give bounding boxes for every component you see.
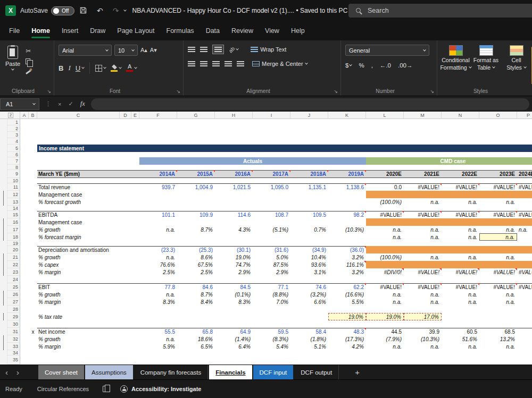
row-header-30[interactable]: 30 [7, 320, 20, 328]
cell-G25[interactable]: 84.6 [177, 283, 215, 291]
cell-C25[interactable]: EBIT [37, 283, 120, 291]
cell-M13[interactable]: n.a. [404, 198, 442, 206]
row-header-28[interactable]: 28 [7, 306, 20, 313]
cell-H33[interactable]: 6.4% [215, 343, 253, 350]
cell-M23[interactable]: #VALUE! [404, 268, 442, 276]
cell-I32[interactable]: (8.3%) [253, 335, 290, 343]
number-dialog-launcher-icon[interactable]: ↘ [430, 89, 434, 94]
excel-app-icon[interactable]: X [5, 5, 16, 16]
ribbon-tab-review[interactable]: Review [226, 21, 259, 40]
column-header-D[interactable]: D [120, 112, 131, 118]
cell-O18[interactable]: n.a. [479, 233, 517, 241]
row-header-2[interactable]: 2 [7, 125, 20, 132]
cell-H11[interactable]: 1,021.5 [215, 183, 253, 191]
cell-N18[interactable]: n.a. [442, 233, 479, 241]
select-all-corner[interactable]: 2 [0, 112, 20, 118]
cell-O11[interactable]: #VALUE! [479, 183, 517, 191]
cell-P11[interactable]: #VALUE! [517, 183, 532, 191]
cell-N26[interactable]: n.a. [442, 291, 479, 298]
comma-style-button[interactable]: , [371, 62, 373, 69]
cell-L23[interactable]: #DIV/0! [366, 268, 404, 276]
sheet-tab-assumptions[interactable]: Assumptions [85, 365, 133, 379]
row-header-17[interactable]: 17 [7, 226, 20, 233]
sheet-tab-financials[interactable]: Financials [209, 365, 252, 379]
cell-I33[interactable]: 5.4% [253, 343, 290, 350]
cell-C16[interactable]: Management case [37, 218, 120, 226]
cell-M27[interactable]: n.a. [404, 298, 442, 306]
cell-K32[interactable]: (17.3%) [328, 335, 366, 343]
cell-N13[interactable]: n.a. [442, 198, 479, 206]
row-header-27[interactable]: 27 [7, 298, 20, 306]
accounting-format-button[interactable]: $ [345, 62, 352, 69]
row-header-8[interactable]: 8 [7, 165, 20, 170]
cell-F31[interactable]: 55.5 [139, 328, 177, 335]
increase-decimal-button[interactable]: ←.0 [380, 62, 391, 69]
cell-I17[interactable]: (5.1%) [253, 226, 290, 233]
bold-button[interactable]: B [59, 64, 63, 72]
cell-L31[interactable]: 44.5 [366, 328, 404, 335]
cell-L18[interactable]: n.a. [366, 233, 404, 241]
cell-H15[interactable]: 114.6 [215, 211, 253, 218]
cell-M31[interactable]: 39.9 [404, 328, 442, 335]
cell-H9[interactable]: 2016A [215, 170, 253, 178]
cell-I31[interactable]: 59.5 [253, 328, 290, 335]
cell-H17[interactable]: 4.3% [215, 226, 253, 233]
cell-H23[interactable]: 2.9% [215, 268, 253, 276]
cell-C9[interactable]: March YE ($mm) [37, 170, 120, 178]
cell-M33[interactable]: n.a. [404, 343, 442, 350]
cell-J20[interactable]: (34.9) [290, 246, 328, 253]
cell-J22[interactable]: 93.6% [290, 261, 328, 268]
cell-M29[interactable]: 17.0% [404, 313, 442, 320]
cell-C11[interactable]: Total revenue [37, 183, 120, 191]
cell-N25[interactable]: #VALUE! [442, 283, 479, 291]
row-header-25[interactable]: 25 [7, 283, 20, 291]
cell-N32[interactable]: 51.6% [442, 335, 479, 343]
cell-G20[interactable]: (25.3) [177, 246, 215, 253]
cell-K29[interactable]: 19.0% [328, 313, 366, 320]
column-header-E[interactable]: E [131, 112, 139, 118]
cell-G32[interactable]: 18.6% [177, 335, 215, 343]
column-header-N[interactable]: N [442, 112, 479, 118]
cell-L11[interactable]: 0.0 [366, 183, 404, 191]
row-header-35[interactable]: 35 [7, 355, 20, 365]
cell-I23[interactable]: 2.9% [253, 268, 290, 276]
alignment-dialog-launcher-icon[interactable]: ↘ [334, 89, 338, 94]
cell-H31[interactable]: 64.9 [215, 328, 253, 335]
row-header-34[interactable]: 34 [7, 350, 20, 355]
cell-J15[interactable]: 109.5 [290, 211, 328, 218]
cell-I26[interactable]: (8.8%) [253, 291, 290, 298]
font-color-button[interactable]: A [126, 64, 137, 72]
cell-I27[interactable]: 7.0% [253, 298, 290, 306]
underline-button[interactable]: U [76, 64, 84, 72]
cell-H21[interactable]: 19.0% [215, 253, 253, 261]
row-header-7[interactable]: 7 [7, 157, 20, 165]
undo-icon[interactable]: ↶ [97, 7, 103, 14]
row-header-23[interactable]: 23 [7, 268, 20, 276]
cell-K17[interactable]: (10.3%) [328, 226, 366, 233]
column-header-B[interactable]: B [29, 112, 37, 118]
cell-O32[interactable]: 13.2% [479, 335, 517, 343]
status-circular-references[interactable]: Circular References [37, 386, 89, 392]
cell-K26[interactable]: (16.6%) [328, 291, 366, 298]
cell-C31[interactable]: Net income [37, 328, 120, 335]
fill-color-button[interactable] [111, 65, 121, 72]
cell-O26[interactable]: n.a. [479, 291, 517, 298]
cell-O9[interactable]: 2023E [479, 170, 517, 178]
name-box[interactable]: A1 [0, 98, 39, 110]
cell-H20[interactable]: (30.1) [215, 246, 253, 253]
cell-C32[interactable]: % growth [37, 335, 120, 343]
cell-K23[interactable]: 3.2% [328, 268, 366, 276]
cell-J21[interactable]: 10.4% [290, 253, 328, 261]
row-header-20[interactable]: 20 [7, 246, 20, 253]
ribbon-tab-help[interactable]: Help [285, 21, 311, 40]
cell-P9[interactable]: 2024E [517, 170, 532, 178]
cell-F26[interactable]: n.a. [139, 291, 177, 298]
cell-N27[interactable]: n.a. [442, 298, 479, 306]
row-header-16[interactable]: 16 [7, 218, 20, 226]
ribbon-tab-file[interactable]: File [3, 21, 26, 40]
column-header-G[interactable]: G [177, 112, 215, 118]
cell-K15[interactable]: 98.2 [328, 211, 366, 218]
cell-L21[interactable]: (100.0%) [366, 253, 404, 261]
column-header-P[interactable]: P [517, 112, 532, 118]
align-center-icon[interactable] [200, 61, 207, 66]
